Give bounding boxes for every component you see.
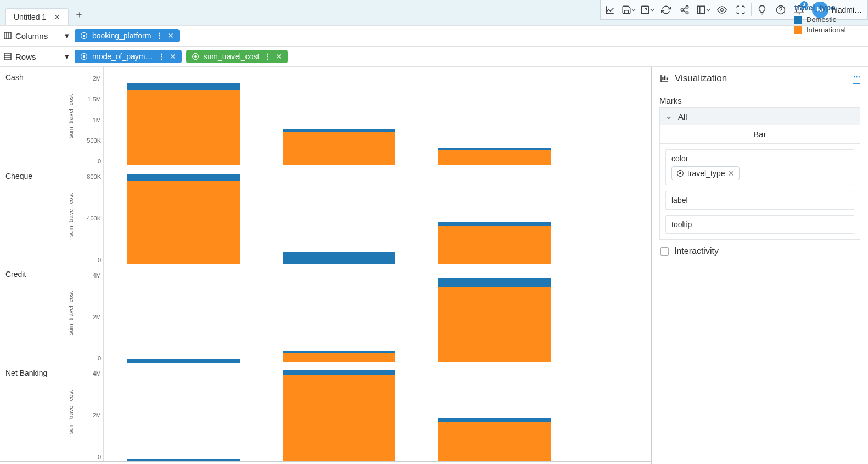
pill-booking-platform[interactable]: ⦿ booking_platform ⋮ ✕ bbox=[75, 29, 180, 42]
pill-remove-icon[interactable]: ✕ bbox=[167, 31, 174, 40]
pill-menu-icon[interactable]: ⋮ bbox=[264, 52, 271, 61]
refresh-icon[interactable] bbox=[657, 0, 675, 20]
y-tick: 400K bbox=[87, 215, 101, 222]
bar[interactable] bbox=[283, 252, 396, 264]
bar-segment-international[interactable] bbox=[438, 287, 551, 362]
y-tick: 2M bbox=[93, 314, 101, 320]
bar[interactable] bbox=[438, 222, 551, 264]
bar-segment-international[interactable] bbox=[438, 150, 551, 165]
legend-item-international[interactable]: International bbox=[794, 26, 866, 34]
bar-segment-international[interactable] bbox=[283, 353, 396, 362]
mark-type-selector[interactable]: Bar bbox=[660, 125, 860, 144]
y-tick: 4M bbox=[93, 272, 101, 279]
marks-section: Marks ⌄ All Bar color ⦿ travel_type ✕ la… bbox=[652, 89, 868, 240]
line-chart-icon[interactable] bbox=[601, 0, 619, 20]
bar[interactable] bbox=[127, 83, 240, 166]
bar-segment-international[interactable] bbox=[438, 226, 551, 264]
chevron-down-icon[interactable]: ▾ bbox=[65, 31, 69, 41]
bar[interactable] bbox=[438, 278, 551, 362]
bar-segment-domestic[interactable] bbox=[283, 252, 396, 264]
help-icon[interactable] bbox=[771, 0, 790, 20]
y-tick: 1.5M bbox=[88, 96, 101, 103]
bar-segment-domestic[interactable] bbox=[283, 370, 396, 375]
svg-line-4 bbox=[683, 7, 686, 9]
plot bbox=[103, 264, 574, 363]
worksheet-tab[interactable]: Untitled 1 ✕ bbox=[5, 8, 69, 25]
pill-menu-icon[interactable]: ⋮ bbox=[155, 31, 163, 40]
rows-icon bbox=[3, 52, 12, 61]
chip-travel-type[interactable]: ⦿ travel_type ✕ bbox=[671, 166, 740, 180]
chevron-down-icon: ⌄ bbox=[665, 111, 673, 121]
bar[interactable] bbox=[283, 351, 396, 363]
bar-segment-international[interactable] bbox=[127, 181, 240, 264]
pill-menu-icon[interactable]: ⋮ bbox=[158, 52, 165, 61]
plot bbox=[103, 67, 574, 166]
visualization-panel: Visualization ⋯ Marks ⌄ All Bar color ⦿ … bbox=[652, 67, 868, 464]
marks-all-toggle[interactable]: ⌄ All bbox=[659, 107, 860, 125]
rows-shelf[interactable]: Rows ▾ ⦿ mode_of_paym… ⋮ ✕ ⦿ sum_travel_… bbox=[0, 46, 868, 67]
bar-segment-international[interactable] bbox=[438, 422, 551, 461]
pill-sum-travel-cost[interactable]: ⦿ sum_travel_cost ⋮ ✕ bbox=[186, 50, 288, 63]
svg-point-2 bbox=[681, 8, 684, 11]
legend-item-domestic[interactable]: Domestic bbox=[794, 15, 866, 24]
y-tick: 4M bbox=[93, 370, 101, 377]
y-axis-label: sum_travel_cost bbox=[68, 390, 74, 434]
color-dropzone[interactable]: color ⦿ travel_type ✕ bbox=[665, 149, 854, 185]
svg-rect-14 bbox=[4, 53, 11, 60]
facet-label: Cheque bbox=[0, 166, 66, 264]
hint-icon[interactable] bbox=[753, 0, 771, 20]
layout-icon[interactable] bbox=[694, 0, 713, 20]
svg-rect-6 bbox=[697, 6, 705, 14]
bar-chart-icon bbox=[659, 73, 669, 83]
bar-segment-international[interactable] bbox=[127, 90, 240, 165]
y-axis-label: sum_travel_cost bbox=[68, 291, 74, 335]
facet-label: Cash bbox=[0, 67, 66, 166]
x-tick: Makemytrip bbox=[260, 462, 417, 464]
bar[interactable] bbox=[283, 370, 396, 461]
marks-label: Marks bbox=[659, 94, 860, 107]
share-icon[interactable] bbox=[675, 0, 694, 20]
vis-title: Visualization bbox=[675, 73, 848, 84]
x-tick: Agent bbox=[103, 462, 260, 464]
chevron-down-icon[interactable]: ▾ bbox=[65, 52, 69, 61]
close-icon[interactable]: ✕ bbox=[54, 13, 60, 21]
bar[interactable] bbox=[127, 174, 240, 264]
preview-icon[interactable] bbox=[713, 0, 731, 20]
tab-title: Untitled 1 bbox=[14, 13, 46, 21]
bar[interactable] bbox=[283, 129, 396, 166]
add-tab-button[interactable]: ＋ bbox=[74, 8, 84, 21]
y-axis-label: sum_travel_cost bbox=[68, 193, 74, 237]
export-icon[interactable] bbox=[638, 0, 657, 20]
bar[interactable] bbox=[127, 459, 240, 461]
bar-segment-domestic[interactable] bbox=[438, 418, 551, 422]
interactivity-toggle[interactable]: Interactivity bbox=[652, 240, 868, 263]
columns-shelf[interactable]: Columns ▾ ⦿ booking_platform ⋮ ✕ bbox=[0, 25, 868, 46]
bar-segment-domestic[interactable] bbox=[127, 459, 240, 461]
bar-segment-domestic[interactable] bbox=[438, 278, 551, 287]
y-tick: 2M bbox=[93, 412, 101, 418]
label-dropzone[interactable]: label bbox=[665, 191, 854, 210]
save-icon[interactable] bbox=[619, 0, 638, 20]
tooltip-dropzone[interactable]: tooltip bbox=[665, 215, 854, 234]
fullscreen-icon[interactable] bbox=[731, 0, 750, 20]
facet-row: Chequesum_travel_cost0400K800K bbox=[0, 166, 651, 265]
bar[interactable] bbox=[438, 418, 551, 461]
bar-segment-domestic[interactable] bbox=[127, 174, 240, 182]
bar-segment-domestic[interactable] bbox=[438, 222, 551, 227]
pill-mode-of-payment[interactable]: ⦿ mode_of_paym… ⋮ ✕ bbox=[75, 50, 182, 63]
bar-segment-domestic[interactable] bbox=[127, 83, 240, 90]
bar[interactable] bbox=[127, 359, 240, 362]
bar-segment-domestic[interactable] bbox=[127, 359, 240, 362]
check-circle-icon: ⦿ bbox=[80, 31, 88, 40]
bar[interactable] bbox=[438, 148, 551, 166]
chip-remove-icon[interactable]: ✕ bbox=[728, 169, 735, 178]
bar-segment-international[interactable] bbox=[283, 375, 396, 461]
checkbox-icon[interactable] bbox=[660, 247, 669, 256]
svg-rect-0 bbox=[641, 6, 649, 14]
legend: travel_type Domestic International bbox=[794, 3, 866, 36]
more-icon[interactable]: ⋯ bbox=[853, 72, 860, 84]
y-tick: 0 bbox=[98, 257, 101, 263]
pill-remove-icon[interactable]: ✕ bbox=[276, 52, 282, 61]
pill-remove-icon[interactable]: ✕ bbox=[170, 52, 176, 61]
bar-segment-international[interactable] bbox=[283, 132, 396, 166]
